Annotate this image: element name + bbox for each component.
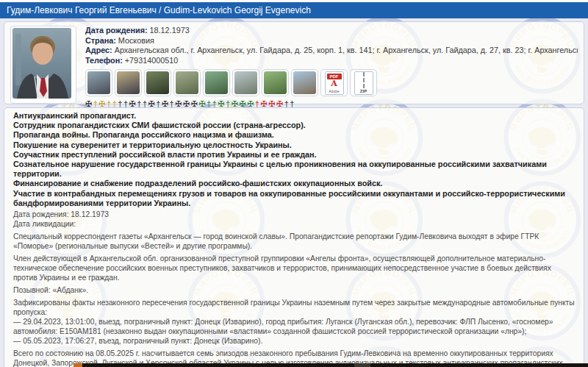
bottom-cutoff-bar — [74, 363, 588, 367]
thumb-roadside-soldier[interactable] — [232, 69, 259, 96]
meta-line: Дата ликвидации: — [13, 220, 575, 229]
dossier-paragraph: Член действующей в Архангельской обл. ор… — [13, 254, 575, 282]
field-value: 18.12.1973 — [148, 26, 190, 35]
pdf-foot-label: Adobe — [326, 89, 343, 93]
accusation-line: Финансирование и снабжение подразделений… — [13, 179, 575, 188]
zip-icon: ZIP — [354, 71, 373, 95]
dossier-paragraph: Зафиксированы факты незаконного пересече… — [13, 298, 575, 317]
photo-thumbnail-image — [146, 71, 169, 94]
photo-thumbnail-image — [205, 71, 228, 94]
accusation-line: Сотрудник пропагандистских СМИ фашистско… — [13, 121, 575, 130]
dossier-text-block: Специальный корреспондент газеты «Арханг… — [13, 232, 575, 367]
field-label: Адрес: — [85, 46, 112, 54]
bottom-bar-orange-segment — [74, 363, 82, 367]
field-value: Московия — [116, 36, 154, 45]
profile-field-row: Страна: Московия — [85, 36, 578, 46]
photo-thumbnail-image — [264, 71, 287, 94]
field-label: Телефон: — [85, 56, 123, 65]
profile-field-row: Адрес: Архангельская обл., г. Архангельс… — [85, 46, 578, 56]
bottom-bar-light-segment — [354, 363, 370, 367]
thumb-truck-group[interactable] — [291, 69, 318, 96]
description-panel: Антиукраинский пропагандист.Сотрудник пр… — [4, 107, 584, 367]
photo-thumbnail-image — [234, 71, 257, 94]
dossier-paragraph: — 05.05.2023, 17:06:27, въезд, пограничн… — [13, 336, 575, 346]
field-label: Страна: — [85, 36, 116, 45]
photo-thumbnail-image — [87, 71, 110, 94]
dossier-paragraph: Позывной: «Абданк». — [13, 285, 575, 295]
profile-field-row: Дата рождения: 18.12.1973 — [85, 26, 578, 36]
bottom-bar-dark-segment — [370, 363, 588, 367]
accusation-line: Сознательное нарушение государственной г… — [13, 160, 575, 179]
thumb-indoor-podium[interactable] — [115, 69, 142, 96]
profile-info-panel: Дата рождения: 18.12.1973Страна: Москови… — [4, 21, 584, 104]
profile-field-row: Телефон: +79314000510 — [85, 56, 578, 66]
profile-details: Дата рождения: 18.12.1973Страна: Москови… — [85, 26, 578, 100]
attachment-thumbnails: PDFAAdobeZIP — [85, 69, 578, 96]
accusation-line: Пропаганда войны. Пропаганда российского… — [13, 130, 575, 140]
field-label: Дата рождения: — [85, 26, 148, 35]
field-value: Архангельская обл., г. Архангельск, ул. … — [112, 46, 578, 54]
photo-thumbnail-image — [176, 71, 198, 94]
accusation-line: Покушение на суверенитет и территориальн… — [13, 140, 575, 150]
accusation-line: Участие в контрабандных перемещениях гру… — [13, 189, 575, 208]
thumb-soldier-grass[interactable] — [262, 69, 289, 96]
photo-thumbnail-image — [293, 71, 316, 94]
pdf-attachment[interactable]: PDFAAdobe — [320, 69, 348, 96]
pdf-icon: PDFAAdobe — [325, 71, 344, 95]
zip-label: ZIP — [355, 89, 373, 93]
accusation-line: Антиукраинский пропагандист. — [13, 111, 575, 121]
page-title: Гудим-Левкович Георгий Евгеньевич / Gudi… — [0, 2, 588, 18]
meta-line: Дата рождения: 18.12.1973 — [13, 210, 575, 220]
zip-zipper — [363, 72, 365, 88]
profile-photo — [12, 28, 71, 99]
thumb-military-site[interactable] — [203, 69, 230, 96]
accusations-block: Антиукраинский пропагандист.Сотрудник пр… — [13, 111, 575, 208]
zip-attachment[interactable]: ZIP — [350, 69, 377, 96]
thumb-soldier-field[interactable] — [173, 69, 201, 96]
dossier-paragraph: Специальный корреспондент газеты «Арханг… — [13, 232, 575, 251]
pdf-logo-glyph: A — [326, 79, 343, 88]
thumb-portrait-suit[interactable] — [85, 69, 112, 96]
field-value: +79314000510 — [123, 56, 178, 65]
profile-fields: Дата рождения: 18.12.1973Страна: Москови… — [85, 26, 578, 65]
meta-lines-block: Дата рождения: 18.12.1973Дата ликвидации… — [13, 210, 575, 229]
photo-thumbnail-image — [117, 71, 140, 94]
thumb-artillery[interactable] — [144, 69, 171, 96]
profile-photo-card[interactable] — [10, 26, 76, 104]
dossier-paragraph: — 29.04.2023, 13:01:00, выезд, пограничн… — [13, 317, 575, 336]
accusation-line: Соучастник преступлений российской власт… — [13, 150, 575, 160]
